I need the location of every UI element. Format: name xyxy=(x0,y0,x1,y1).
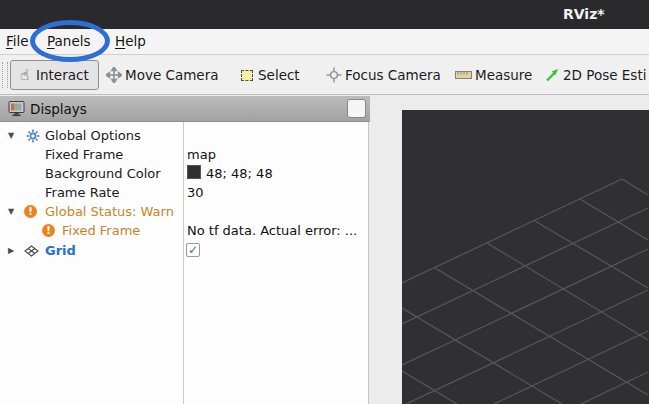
green-arrow-icon xyxy=(543,67,560,84)
render-viewport[interactable] xyxy=(402,110,649,404)
menu-panels[interactable]: Panels xyxy=(47,33,90,49)
tree-row-grid[interactable]: ▶ Grid ✓ xyxy=(0,241,369,260)
toolbar-grip-handle[interactable] xyxy=(2,62,8,88)
displays-monitor-icon xyxy=(8,100,26,120)
panel-float-button[interactable] xyxy=(347,99,366,118)
tree-row-global-status[interactable]: ▼ ! Global Status: Warn xyxy=(0,202,369,221)
row-label: Fixed Frame xyxy=(45,145,123,164)
row-label: Frame Rate xyxy=(45,183,119,202)
displays-panel-title: Displays xyxy=(30,101,87,117)
measure-tool-button[interactable]: Measure xyxy=(455,63,532,87)
select-label: Select xyxy=(258,67,300,83)
warning-icon: ! xyxy=(24,205,37,218)
displays-tree: ▼ Global Options Fixe xyxy=(0,122,369,404)
row-label: Global Options xyxy=(45,126,141,145)
main-area: Displays ▼ xyxy=(0,95,649,404)
move-camera-label: Move Camera xyxy=(125,67,218,83)
move-arrows-icon xyxy=(105,67,122,84)
menu-bar: File Panels Help xyxy=(0,29,649,55)
measure-label: Measure xyxy=(475,67,532,83)
tf-error-value: No tf data. Actual error: ... xyxy=(187,221,357,240)
row-label: Grid xyxy=(45,241,76,260)
ground-grid xyxy=(402,110,649,404)
row-label: Global Status: Warn xyxy=(45,202,174,221)
focus-camera-tool-button[interactable]: Focus Camera xyxy=(325,63,441,87)
toolbar: ☝ Interact Move Camera Select xyxy=(0,55,649,95)
row-label: Background Color xyxy=(45,164,161,183)
tree-row-global-options[interactable]: ▼ Global Options xyxy=(0,126,369,145)
color-swatch xyxy=(187,165,201,179)
hand-cursor-icon: ☝ xyxy=(16,67,33,84)
focus-camera-label: Focus Camera xyxy=(345,67,441,83)
interact-tool-button[interactable]: ☝ Interact xyxy=(10,60,99,90)
displays-panel: Displays ▼ xyxy=(0,96,370,404)
grid-enabled-checkbox[interactable]: ✓ xyxy=(186,243,200,257)
tree-row-fixed-frame-warning[interactable]: ! Fixed Frame No tf data. Actual error: … xyxy=(0,221,369,240)
menu-file[interactable]: File xyxy=(6,33,29,49)
pose-estimate-tool-button[interactable]: 2D Pose Esti xyxy=(543,63,646,87)
crosshair-icon xyxy=(325,67,342,84)
warning-icon: ! xyxy=(42,224,55,237)
expander-icon[interactable]: ▼ xyxy=(5,202,17,221)
menu-help[interactable]: Help xyxy=(115,33,146,49)
expander-icon[interactable]: ▼ xyxy=(5,126,17,145)
row-label: Fixed Frame xyxy=(62,221,140,240)
tree-row-frame-rate[interactable]: Frame Rate 30 xyxy=(0,183,369,202)
tree-row-fixed-frame[interactable]: Fixed Frame map xyxy=(0,145,369,164)
pose-estimate-label: 2D Pose Esti xyxy=(563,67,646,83)
title-bar: RViz* xyxy=(0,0,649,29)
window-title: RViz* xyxy=(563,6,605,22)
ruler-icon xyxy=(455,67,472,84)
expander-icon[interactable]: ▶ xyxy=(5,241,17,260)
selection-box-icon xyxy=(238,67,255,84)
fixed-frame-value[interactable]: map xyxy=(187,145,216,164)
move-camera-tool-button[interactable]: Move Camera xyxy=(105,63,218,87)
frame-rate-value[interactable]: 30 xyxy=(187,183,204,202)
displays-panel-header[interactable]: Displays xyxy=(0,96,370,122)
background-color-value[interactable]: 48; 48; 48 xyxy=(187,164,273,183)
tree-row-background-color[interactable]: Background Color 48; 48; 48 xyxy=(0,164,369,183)
select-tool-button[interactable]: Select xyxy=(238,63,300,87)
grid-display-icon xyxy=(24,244,39,263)
interact-label: Interact xyxy=(36,67,89,83)
